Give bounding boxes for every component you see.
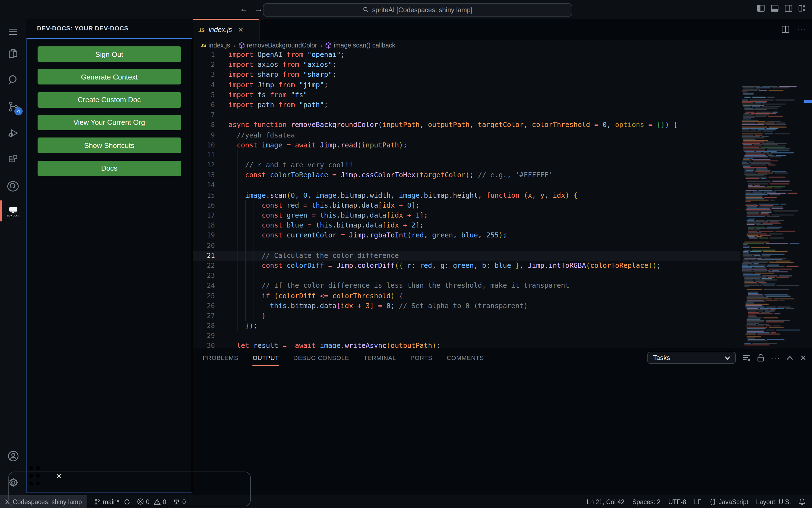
breadcrumb-separator: › [320,42,322,48]
tab-indexjs[interactable]: JS index.js ✕ [193,19,259,40]
nav-forward-icon[interactable]: → [255,4,263,13]
indent-guide [237,241,237,250]
git-branch-status[interactable]: main* [91,495,134,508]
split-editor-icon[interactable] [782,26,789,33]
breadcrumb-item[interactable]: image.scan() callback [326,42,395,49]
code-line[interactable]: 7 [193,110,740,120]
code-line[interactable]: 30 let result = await image.writeAsync(o… [193,341,740,348]
source-control-icon[interactable]: 4 [0,95,26,118]
code-text: import fs from "fs" [229,90,308,100]
code-text: // r and t are very cool!! [229,160,353,170]
clear-output-icon[interactable] [743,354,751,362]
code-line[interactable]: 2import axios from "axios"; [193,59,740,70]
maximize-panel-icon[interactable] [787,355,794,360]
run-debug-icon[interactable] [0,122,26,144]
code-line[interactable]: 6import path from "path"; [193,100,740,110]
output-channel-select[interactable]: Tasks [648,352,736,364]
code-line[interactable]: 16 const red = this.bitmap.data[idx + 0]… [193,201,740,210]
toggle-panel-icon[interactable] [771,4,779,12]
sidebar-button-view-your-current-org[interactable]: View Your Current Org [38,115,181,130]
tab-close-icon[interactable]: ✕ [238,26,244,34]
toggle-secondary-sidebar-icon[interactable] [784,4,793,12]
breadcrumb-item[interactable]: JSindex.js [201,42,230,49]
code-line[interactable]: 23 [193,270,740,281]
problems-status[interactable]: 0 0 [133,495,170,508]
webview-loading-dots [29,466,43,488]
accounts-icon[interactable] [0,445,26,467]
sidebar-button-show-shortcuts[interactable]: Show Shortcuts [38,137,181,153]
branch-icon [94,498,101,505]
code-line[interactable]: 18 const blue = this.bitmap.data[idx + 2… [193,220,740,230]
extensions-icon[interactable] [0,149,26,171]
code-line[interactable]: 27 } [193,311,740,321]
ports-status[interactable]: 0 [170,495,189,508]
nav-back-icon[interactable]: ← [240,4,248,13]
lock-icon[interactable] [758,354,764,362]
command-center-search[interactable]: spriteAI [Codespaces: shiny lamp] [263,3,572,16]
code-line[interactable]: 12 // r and t are very cool!! [193,160,740,170]
code-line[interactable]: 11 [193,150,740,160]
language-mode[interactable]: {} JavaScript [706,495,752,508]
code-line[interactable]: 29 [193,331,740,341]
indent-guide [245,261,246,270]
panel-tab-problems[interactable]: PROBLEMS [203,348,238,367]
code-line[interactable]: 25 if (colorDiff <= colorThreshold) { [193,291,740,301]
line-number: 11 [193,150,215,160]
code-line[interactable]: 9 //yeah fdsatea [193,130,740,140]
code-line[interactable]: 26 this.bitmap.data[idx + 3] = 0; // Set… [193,301,740,310]
code-line[interactable]: 14 [193,180,740,190]
indentation[interactable]: Spaces: 2 [629,495,664,508]
panel-more-actions-icon[interactable]: ··· [771,353,780,362]
panel-tab-terminal[interactable]: TERMINAL [363,348,396,367]
panel-tab-comments[interactable]: COMMENTS [447,348,484,367]
code-line[interactable]: 20 [193,241,740,250]
code-line[interactable]: 10 const image = await Jimp.read(inputPa… [193,140,740,150]
code-line[interactable]: 1import OpenAI from "openai"; [193,50,740,59]
sidebar-button-sign-out[interactable]: Sign Out [38,46,181,62]
menu-icon[interactable] [0,20,26,43]
code-line[interactable]: 5import fs from "fs" [193,90,740,100]
explorer-icon[interactable] [0,43,26,65]
code-text: import sharp from "sharp"; [229,70,336,80]
line-number: 7 [193,110,215,120]
search-sidebar-icon[interactable] [0,69,26,91]
code-line[interactable]: 24 // If the color difference is less th… [193,281,740,291]
code-line[interactable]: 13 const colorToReplace = Jimp.cssColorT… [193,170,740,180]
settings-gear-icon[interactable] [0,472,26,494]
close-panel-icon[interactable]: ✕ [800,353,807,362]
cursor-position[interactable]: Ln 21, Col 42 [583,495,628,508]
code-line[interactable]: 19 const currentColor = Jimp.rgbaToInt(r… [193,230,740,241]
code-line[interactable]: 28 }); [193,321,740,331]
remote-indicator[interactable]: Codespaces: shiny lamp [0,495,88,508]
keyboard-layout[interactable]: Layout: U.S. [753,495,794,508]
toggle-primary-sidebar-icon[interactable] [757,4,765,12]
code-line[interactable]: 17 const green = this.bitmap.data[idx + … [193,210,740,220]
code-line[interactable]: 21 // Calculate the color difference [193,251,740,261]
panel-tab-debug-console[interactable]: DEBUG CONSOLE [293,348,349,367]
devdocs-extension-icon[interactable]: Dev-Docs [0,201,26,222]
indent-guide [237,251,237,261]
customize-layout-icon[interactable] [798,4,807,12]
code-line[interactable]: 15 image.scan(0, 0, image.bitmap.width, … [193,190,740,200]
notifications-bell[interactable] [796,495,809,508]
js-file-icon: JS [198,27,205,33]
panel-tab-output[interactable]: OUTPUT [253,348,279,367]
webview-close-icon[interactable]: ✕ [56,472,62,480]
encoding[interactable]: UTF-8 [665,495,690,508]
eol-sequence[interactable]: LF [691,495,705,508]
editor-more-actions-icon[interactable]: ··· [797,25,807,34]
minimap[interactable] [740,85,803,348]
sync-icon [123,498,130,505]
indent-guide [237,270,237,281]
code-line[interactable]: 3import sharp from "sharp"; [193,70,740,80]
sidebar-button-generate-context[interactable]: Generate Context [38,69,181,85]
github-icon[interactable] [0,175,26,197]
code-line[interactable]: 4import Jimp from "jimp"; [193,80,740,90]
sidebar-button-docs[interactable]: Docs [38,160,181,176]
code-line[interactable]: 8async function removeBackgroundColor(in… [193,120,740,130]
code-line[interactable]: 22 const colorDiff = Jimp.colorDiff({ r:… [193,261,740,270]
panel-tab-ports[interactable]: PORTS [410,348,432,367]
sidebar-button-create-custom-doc[interactable]: Create Custom Doc [38,92,181,108]
code-editor[interactable]: 1import OpenAI from "openai";2import axi… [193,50,812,348]
breadcrumb-item[interactable]: removeBackgroundColor [239,42,317,49]
